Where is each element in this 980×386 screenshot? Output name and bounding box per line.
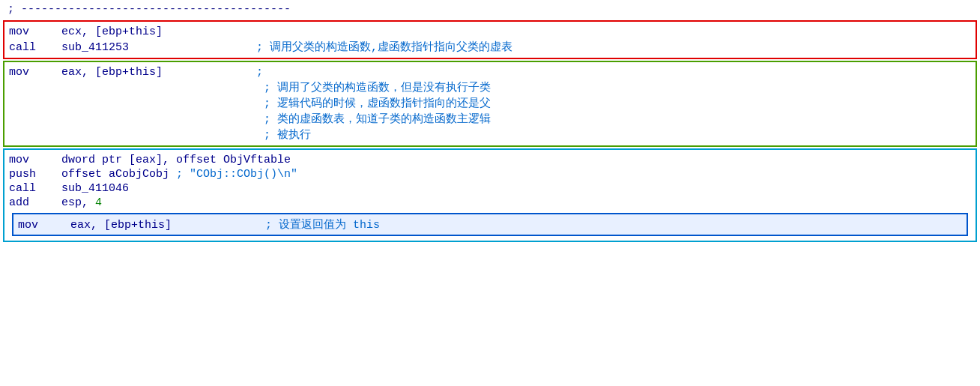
mnemonic-mov-3: mov [9,154,61,166]
green-comment-3: ; 类的虚函数表，知道子类的构造函数主逻辑 [9,111,971,127]
red-box: mov ecx, [ebp+this] call sub_411253 ; 调用… [3,20,977,59]
green-comment-2: ; 逻辑代码的时候，虚函数指针指向的还是父 [9,95,971,111]
green-box: mov eax, [ebp+this] ; ; 调用了父类的构造函数，但是没有执… [3,61,977,147]
operand-mov-4: eax, [ebp+this] [70,219,265,232]
number-4: 4 [95,196,102,209]
operand-add-1: esp, 4 [61,196,256,209]
mnemonic-call-2: call [9,182,61,195]
mnemonic-call-1: call [9,41,61,54]
green-comment-4: ; 被执行 [9,127,971,142]
operand-mov-1: ecx, [ebp+this] [61,25,256,38]
comment-green-1: ; [256,66,263,79]
operand-mov-2: eax, [ebp+this] [61,66,256,79]
operand-mov-3: dword ptr [eax], offset ObjVftable [61,154,331,166]
mnemonic-push-1: push [9,168,61,181]
blue-line-2: push offset aCobjCobj ; "CObj::CObj()\n" [9,167,971,181]
operand-push-1: offset aCobjCobj ; "CObj::CObj()\n" [61,168,331,181]
red-line-1: mov ecx, [ebp+this] [9,25,971,39]
blue-line-3: call sub_411046 [9,181,971,196]
operand-call-2: sub_411046 [61,182,331,195]
mnemonic-mov-1: mov [9,25,61,38]
blue-line-1: mov dword ptr [eax], offset ObjVftable [9,153,971,167]
red-line-2: call sub_411253 ; 调用父类的构造函数,虚函数指针指向父类的虚表 [9,39,971,55]
blue-line-4: add esp, 4 [9,196,971,210]
mnemonic-mov-4: mov [18,219,70,232]
dark-blue-line-1: mov eax, [ebp+this] ; 设置返回值为 this [18,217,962,232]
mnemonic-mov-2: mov [9,66,61,79]
comment-call-1: ; 调用父类的构造函数,虚函数指针指向父类的虚表 [256,40,512,54]
blue-box: mov dword ptr [eax], offset ObjVftable p… [3,148,977,242]
comment-dark-blue-1: ; 设置返回值为 this [265,217,380,232]
comment-push-1: ; "CObj::CObj()\n" [176,168,297,181]
green-comment-1: ; 调用了父类的构造函数，但是没有执行子类 [9,79,971,95]
code-container: ; --------------------------------------… [0,0,980,242]
operand-call-1: sub_411253 [61,41,256,54]
dark-blue-box: mov eax, [ebp+this] ; 设置返回值为 this [12,213,968,236]
mnemonic-add-1: add [9,196,61,209]
header-separator: ; --------------------------------------… [0,0,980,19]
green-line-1: mov eax, [ebp+this] ; [9,65,971,79]
